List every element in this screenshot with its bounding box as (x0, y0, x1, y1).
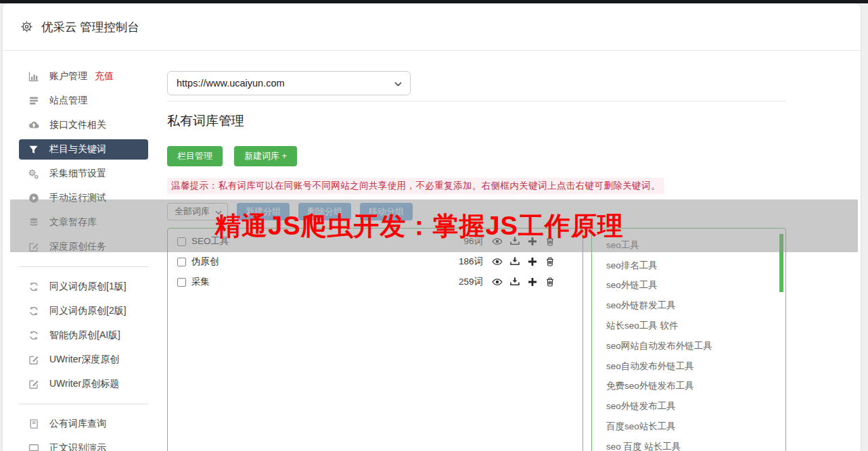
sidebar-item-label: 公有词库查询 (49, 418, 106, 430)
lexicon-filter-select[interactable]: 全部词库 (167, 203, 228, 220)
chevron-down-icon (215, 207, 222, 217)
sidebar-item-collect-settings[interactable]: 采集细节设置 (19, 162, 148, 186)
sidebar-divider (19, 404, 148, 404)
play-icon (28, 193, 39, 204)
sidebar-item-body-recognition[interactable]: 正文识别演示 (19, 436, 148, 451)
download-icon[interactable] (509, 236, 520, 247)
view-icon[interactable] (492, 236, 503, 247)
sidebar-item-interface-files[interactable]: 接口文件相关 (19, 113, 148, 137)
sidebar-item-columns-keywords[interactable]: 栏目与关键词 (19, 139, 148, 160)
sidebar-item-account[interactable]: 账户管理 充值 (19, 64, 148, 89)
move-group-button[interactable]: 移动分组 (360, 203, 413, 220)
pencil-icon (28, 379, 39, 389)
chevron-down-icon (394, 78, 402, 89)
lexicon-checkbox[interactable] (177, 258, 186, 266)
sidebar-item-ai-pseudo-original[interactable]: 智能伪原创[AI版] (19, 323, 148, 348)
sidebar-item-label: 深度原创任务 (49, 241, 106, 253)
lexicon-row[interactable]: 伪原创 186词 (168, 252, 583, 272)
keyword-item[interactable]: 站长seo工具 软件 (592, 316, 785, 336)
site-select-value: https://www.ucaiyun.com (177, 78, 285, 89)
keyword-item[interactable]: seo工具 (592, 235, 785, 256)
sidebar: 账户管理 充值 站点管理 接口文件相关 栏目与关键词 (3, 51, 158, 451)
new-lexicon-button[interactable]: 新建词库 + (234, 146, 297, 166)
sidebar-item-article-buffer[interactable]: 文章暂存库 (19, 210, 148, 235)
sidebar-item-sites[interactable]: 站点管理 (19, 89, 148, 113)
sidebar-item-uwriter-title[interactable]: UWriter原创标题 (19, 372, 148, 396)
sidebar-item-label: 采集细节设置 (49, 168, 106, 180)
keyword-item[interactable]: seo排名工具 (592, 256, 785, 276)
sidebar-item-synonym-v2[interactable]: 同义词伪原创[2版] (19, 299, 148, 323)
content-divider (167, 101, 786, 101)
lexicon-word-count: 186词 (459, 256, 483, 268)
keyword-item[interactable]: 百度seo站长工具 (592, 417, 785, 437)
recharge-badge[interactable]: 充值 (95, 70, 114, 82)
download-icon[interactable] (509, 277, 520, 287)
tip-banner: 温馨提示：私有词库可以在同账号不同网站之间共享使用，不必重复添加。右侧框内关键词… (167, 178, 664, 194)
site-select[interactable]: https://www.ucaiyun.com (167, 71, 411, 95)
keyword-item[interactable]: seo 百度 站长工具 (592, 437, 785, 451)
sidebar-item-label: 同义词伪原创[2版] (49, 305, 127, 317)
sidebar-item-label: 同义词伪原创[1版] (49, 281, 127, 293)
pencil-icon (28, 354, 39, 365)
page-title: 私有词库管理 (167, 112, 861, 130)
app-title: 优采云 管理控制台 (41, 19, 139, 35)
lexicon-name: 采集 (191, 276, 210, 288)
add-icon[interactable] (527, 236, 538, 247)
keyword-item[interactable]: seo外链发布工具 (592, 396, 785, 417)
app-header: 优采云 管理控制台 (3, 3, 861, 51)
main-card: 优采云 管理控制台 账户管理 充值 站点管理 接口文件相关 (3, 3, 861, 451)
download-icon[interactable] (509, 256, 520, 267)
lexicon-filter-value: 全部词库 (175, 206, 210, 218)
delete-group-button[interactable]: 删除分组 (298, 203, 351, 220)
new-group-button[interactable]: 新建分组 (237, 203, 290, 220)
refresh-icon (28, 306, 39, 316)
lexicon-list-panel: SEO工具 96词 伪原创 186词 (167, 228, 583, 451)
keyword-item[interactable]: 免费seo外链发布工具 (592, 377, 785, 397)
lexicon-word-count: 259词 (459, 276, 483, 288)
sidebar-item-label: 接口文件相关 (49, 119, 106, 131)
gear-icon (20, 20, 33, 33)
sidebar-divider (19, 266, 148, 267)
sidebar-item-label: 账户管理 (49, 70, 87, 82)
add-icon[interactable] (527, 277, 538, 287)
column-manage-button[interactable]: 栏目管理 (167, 146, 223, 166)
refresh-icon (28, 281, 39, 292)
trash-icon[interactable] (545, 256, 555, 267)
gears-icon (28, 168, 39, 180)
sidebar-item-public-lexicon[interactable]: 公有词库查询 (19, 412, 148, 436)
database-icon (28, 217, 39, 228)
lexicon-checkbox[interactable] (177, 237, 186, 246)
trash-icon[interactable] (545, 236, 555, 247)
keyword-item[interactable]: seo自动发布外链工具 (592, 356, 785, 377)
sidebar-item-label: 手动运行测试 (49, 192, 106, 204)
sidebar-item-label: 站点管理 (49, 95, 87, 107)
keyword-list-panel: seo工具 seo排名工具 seo外链工具 seo外链群发工具 站长seo工具 … (591, 228, 786, 451)
funnel-icon (28, 145, 39, 155)
sidebar-item-label: UWriter深度原创 (49, 354, 119, 366)
sidebar-item-deep-original-task[interactable]: 深度原创任务 (19, 235, 148, 259)
lexicon-row[interactable]: 采集 259词 (168, 272, 583, 292)
trash-icon[interactable] (545, 277, 555, 287)
monitor-icon (28, 443, 39, 451)
refresh-icon (28, 330, 39, 341)
sidebar-item-label: 栏目与关键词 (49, 143, 106, 156)
sidebar-item-label: UWriter原创标题 (49, 378, 119, 390)
keyword-item[interactable]: seo外链工具 (592, 276, 785, 296)
sidebar-item-uwriter-deep[interactable]: UWriter深度原创 (19, 348, 148, 372)
main-content: https://www.ucaiyun.com 私有词库管理 栏目管理 新建词库… (158, 51, 861, 451)
pencil-icon (28, 241, 39, 252)
add-icon[interactable] (527, 256, 538, 267)
keyword-item[interactable]: seo网站自动发布外链工具 (592, 336, 785, 356)
sidebar-item-manual-run[interactable]: 手动运行测试 (19, 186, 148, 210)
lexicon-row[interactable]: SEO工具 96词 (168, 231, 583, 252)
lexicon-name: SEO工具 (191, 235, 229, 247)
lexicon-name: 伪原创 (191, 256, 219, 268)
keyword-item[interactable]: seo外链群发工具 (592, 295, 785, 316)
view-icon[interactable] (492, 277, 503, 287)
view-icon[interactable] (492, 256, 503, 267)
sidebar-item-synonym-v1[interactable]: 同义词伪原创[1版] (19, 275, 148, 299)
lexicon-word-count: 96词 (463, 235, 483, 247)
keyword-scrollbar-thumb[interactable] (779, 234, 783, 292)
lexicon-checkbox[interactable] (177, 278, 186, 287)
book-icon (28, 419, 39, 429)
